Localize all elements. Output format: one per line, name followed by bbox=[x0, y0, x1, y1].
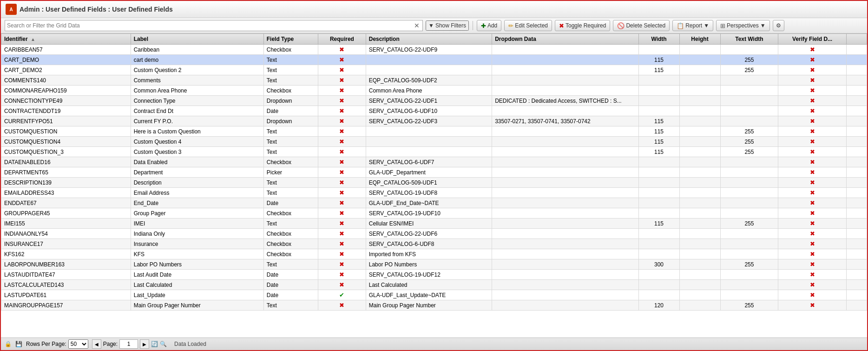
cell-required: ✖ bbox=[318, 65, 366, 75]
report-button[interactable]: 📋 Report ▼ bbox=[672, 20, 713, 31]
cell-verifyfieldD: ✖ bbox=[778, 178, 847, 188]
cell-width bbox=[638, 270, 679, 280]
cell-last bbox=[846, 280, 867, 290]
perspectives-button[interactable]: ⊞ Perspectives ▼ bbox=[716, 20, 770, 31]
cell-required: ✖ bbox=[318, 157, 366, 167]
cell-dropdown: 33507-0271, 33507-0741, 33507-0742 bbox=[492, 116, 638, 126]
rows-per-page-select[interactable]: 50 25 100 bbox=[68, 339, 88, 349]
cell-required: ✖ bbox=[318, 198, 366, 208]
required-x-icon: ✖ bbox=[339, 220, 344, 227]
table-row[interactable]: LASTCALCULATED143 Last Calculated Date ✖… bbox=[1, 280, 867, 290]
cell-last bbox=[846, 290, 867, 300]
cell-identifier: CONNECTIONTYPE49 bbox=[1, 96, 131, 106]
rows-per-page-control: Rows Per Page: 50 25 100 bbox=[26, 339, 88, 349]
col-header-verifyfieldD[interactable]: Verify Field D... bbox=[778, 34, 847, 45]
cell-label: Comments bbox=[131, 75, 263, 86]
cell-height bbox=[679, 208, 720, 219]
cell-identifier: KFS162 bbox=[1, 249, 131, 259]
table-row[interactable]: EMAILADDRESS43 Email Address Text ✖ SERV… bbox=[1, 188, 867, 198]
table-row[interactable]: INSURANCE17 Insurance Checkbox ✖ SERV_CA… bbox=[1, 239, 867, 249]
settings-button[interactable]: ⚙ bbox=[773, 20, 784, 31]
cell-width bbox=[638, 229, 679, 239]
table-row[interactable]: CURRENTFYPO51 Current FY P.O. Dropdown ✖… bbox=[1, 116, 867, 126]
cell-dropdown bbox=[492, 45, 638, 55]
search-box[interactable]: ✕ bbox=[5, 20, 423, 31]
table-row[interactable]: IMEI155 IMEI Text ✖ Cellular ESN/IMEI 11… bbox=[1, 219, 867, 229]
col-header-height[interactable]: Height bbox=[679, 34, 720, 45]
cell-required: ✖ bbox=[318, 147, 366, 157]
table-row[interactable]: GROUPPAGER45 Group Pager Checkbox ✖ SERV… bbox=[1, 208, 867, 219]
table-row[interactable]: CART_DEMO2 Custom Question 2 Text ✖ 115 … bbox=[1, 65, 867, 75]
cell-required: ✖ bbox=[318, 106, 366, 116]
cell-width bbox=[638, 157, 679, 167]
table-row[interactable]: DEPARTMENT65 Department Picker ✖ GLA-UDF… bbox=[1, 167, 867, 178]
table-row[interactable]: CUSTOMQUESTION Here is a Custom Question… bbox=[1, 126, 867, 137]
cell-last bbox=[846, 75, 867, 86]
cell-height bbox=[679, 55, 720, 65]
cell-description: SERV_CATALOG-22-UDF3 bbox=[366, 116, 492, 126]
cell-verifyfieldD: ✖ bbox=[778, 126, 847, 137]
table-row[interactable]: CONNECTIONTYPE49 Connection Type Dropdow… bbox=[1, 96, 867, 106]
cell-identifier: DEPARTMENT65 bbox=[1, 167, 131, 178]
table-row[interactable]: LABORPONUMBER163 Labor PO Numbers Text ✖… bbox=[1, 259, 867, 270]
cell-identifier: ENDDATE67 bbox=[1, 198, 131, 208]
cell-last bbox=[846, 96, 867, 106]
cell-verifyfieldD: ✖ bbox=[778, 137, 847, 147]
cell-description bbox=[366, 55, 492, 65]
show-filters-button[interactable]: ▼ Show Filters bbox=[426, 20, 469, 31]
table-row[interactable]: LASTAUDITDATE47 Last Audit Date Date ✖ S… bbox=[1, 270, 867, 280]
next-page-button[interactable]: ▶ bbox=[140, 339, 149, 349]
table-row[interactable]: KFS162 KFS Checkbox ✖ Imported from KFS … bbox=[1, 249, 867, 259]
edit-selected-button[interactable]: ✏ Edit Selected bbox=[504, 20, 552, 31]
grid-container[interactable]: Identifier ▲ Label Field Type Required D… bbox=[1, 33, 867, 338]
table-row[interactable]: CUSTOMQUESTION4 Custom Question 4 Text ✖… bbox=[1, 137, 867, 147]
page-input[interactable] bbox=[119, 339, 138, 349]
refresh-icon[interactable]: 🔄 bbox=[151, 341, 158, 347]
table-row[interactable]: CART_DEMO cart demo Text ✖ 115 255 ✖ bbox=[1, 55, 867, 65]
cell-textwidth: 255 bbox=[720, 300, 778, 311]
col-header-fieldtype[interactable]: Field Type bbox=[263, 34, 318, 45]
table-row[interactable]: LASTUPDATE61 Last_Update Date ✔ GLA-UDF_… bbox=[1, 290, 867, 300]
cell-label: Custom Question 2 bbox=[131, 65, 263, 75]
cell-required: ✖ bbox=[318, 75, 366, 86]
toggle-required-button[interactable]: ✖ Toggle Required bbox=[555, 20, 610, 31]
col-header-required[interactable]: Required bbox=[318, 34, 366, 45]
col-header-dropdown[interactable]: Dropdown Data bbox=[492, 34, 638, 45]
cell-required: ✖ bbox=[318, 208, 366, 219]
table-row[interactable]: CARIBBEAN57 Caribbean Checkbox ✖ SERV_CA… bbox=[1, 45, 867, 55]
table-row[interactable]: COMMENTS140 Comments Text ✖ EQP_CATALOG-… bbox=[1, 75, 867, 86]
prev-page-button[interactable]: ◀ bbox=[92, 339, 101, 349]
cell-fieldtype: Text bbox=[263, 126, 318, 137]
cell-verifyfieldD: ✖ bbox=[778, 96, 847, 106]
col-header-description[interactable]: Description bbox=[366, 34, 492, 45]
cell-verifyfieldD: ✖ bbox=[778, 188, 847, 198]
cell-width bbox=[638, 208, 679, 219]
cell-textwidth bbox=[720, 198, 778, 208]
col-header-label[interactable]: Label bbox=[131, 34, 263, 45]
table-row[interactable]: COMMONAREAPHO159 Common Area Phone Check… bbox=[1, 86, 867, 96]
cell-height bbox=[679, 106, 720, 116]
table-row[interactable]: DATAENABLED16 Data Enabled Checkbox ✖ SE… bbox=[1, 157, 867, 167]
table-row[interactable]: INDIANAONLY54 Indiana Only Checkbox ✖ SE… bbox=[1, 229, 867, 239]
table-row[interactable]: CUSTOMQUESTION_3 Custom Question 3 Text … bbox=[1, 147, 867, 157]
search-input[interactable] bbox=[7, 22, 413, 29]
delete-selected-button[interactable]: 🚫 Delete Selected bbox=[613, 20, 670, 31]
col-header-textwidth[interactable]: Text Width bbox=[720, 34, 778, 45]
clear-search-icon[interactable]: ✕ bbox=[413, 22, 421, 29]
cell-last bbox=[846, 208, 867, 219]
zoom-icon[interactable]: 🔍 bbox=[160, 341, 167, 347]
add-button[interactable]: ✚ Add bbox=[477, 20, 501, 31]
required-x-icon: ✖ bbox=[339, 66, 344, 73]
table-row[interactable]: DESCRIPTION139 Description Text ✖ EQP_CA… bbox=[1, 178, 867, 188]
col-header-identifier[interactable]: Identifier ▲ bbox=[1, 34, 131, 45]
cell-dropdown bbox=[492, 86, 638, 96]
col-header-width[interactable]: Width bbox=[638, 34, 679, 45]
cell-dropdown bbox=[492, 55, 638, 65]
table-row[interactable]: ENDDATE67 End_Date Date ✖ GLA-UDF_End_Da… bbox=[1, 198, 867, 208]
table-row[interactable]: MAINGROUPPAGE157 Main Group Pager Number… bbox=[1, 300, 867, 311]
cell-textwidth bbox=[720, 280, 778, 290]
cell-textwidth bbox=[720, 116, 778, 126]
cell-height bbox=[679, 126, 720, 137]
table-row[interactable]: CONTRACTENDDT19 Contract End Dt Date ✖ S… bbox=[1, 106, 867, 116]
cell-verifyfieldD: ✖ bbox=[778, 106, 847, 116]
